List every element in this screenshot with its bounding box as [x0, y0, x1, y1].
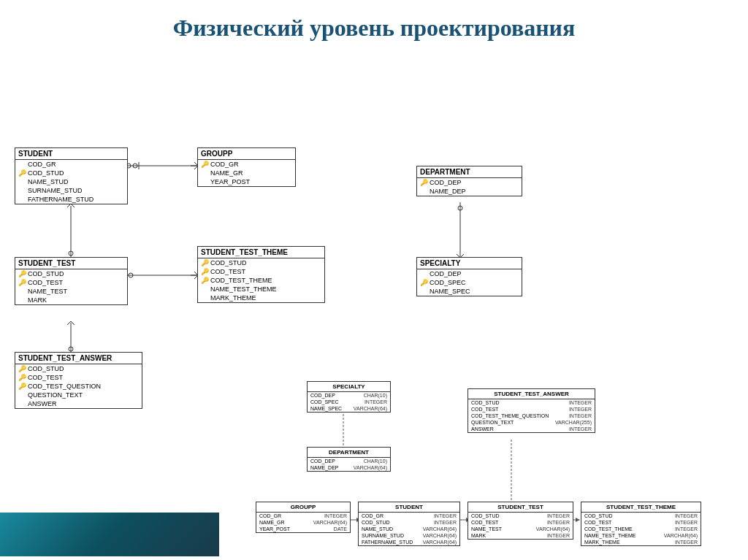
- field-icon: [18, 391, 26, 399]
- col-type: VARCHAR(255): [555, 420, 592, 425]
- er-field-sta-question_text: QUESTION_TEXT: [15, 391, 142, 399]
- er-field-sta-cod_stud: 🔑COD_STUD: [15, 364, 142, 373]
- er-field-student-cod_gr: COD_GR: [15, 160, 127, 169]
- er-table-student-test-answer: STUDENT_TEST_ANSWER 🔑COD_STUD 🔑COD_TEST …: [15, 352, 142, 409]
- sql-dept-row2: NAME_DEP VARCHAR(64): [308, 464, 390, 471]
- sql-stt-row3: COD_TEST_THEME INTEGER: [581, 526, 701, 532]
- sql-st-row3: NAME_TEST VARCHAR(64): [468, 526, 573, 532]
- col-name: ANSWER: [471, 426, 494, 431]
- col-name: NAME_STUD: [362, 526, 393, 532]
- col-name: COD_TEST: [471, 407, 498, 412]
- col-name: MARK_THEME: [584, 540, 620, 545]
- sql-sta-title: STUDENT_TEST_ANSWER: [468, 389, 595, 399]
- sql-specialty-row2: COD_SPEC INTEGER: [308, 399, 390, 405]
- col-name: COD_STUD: [584, 513, 613, 518]
- er-field-spec-cod_spec: 🔑COD_SPEC: [417, 278, 522, 287]
- sql-st-row2: COD_TEST INTEGER: [468, 519, 573, 526]
- col-name: COD_STUD: [471, 513, 500, 518]
- col-name: COD_GR: [259, 513, 281, 518]
- sql-stt-row5: MARK_THEME INTEGER: [581, 539, 701, 545]
- key-icon: 🔑: [18, 383, 26, 390]
- field-icon: [420, 288, 427, 295]
- er-field-stt-cod_test_theme: 🔑COD_TEST_THEME: [198, 276, 324, 285]
- col-type: INTEGER: [434, 513, 457, 518]
- col-type: INTEGER: [365, 399, 387, 404]
- sql-sta-row5: ANSWER INTEGER: [468, 426, 595, 432]
- col-type: INTEGER: [569, 407, 592, 412]
- er-field-stt-name_test_theme: NAME_TEST_THEME: [198, 285, 324, 294]
- col-name: SURNAME_STUD: [362, 533, 404, 538]
- er-field-student-cod_stud: 🔑COD_STUD: [15, 169, 127, 177]
- col-name: NAME_GR: [259, 520, 285, 525]
- field-icon: [18, 288, 26, 295]
- col-type: DATE: [334, 526, 347, 532]
- col-name: COD_TEST_THEME: [584, 526, 633, 532]
- sql-student-test-title: STUDENT_TEST: [468, 502, 573, 513]
- er-field-st-cod_test: 🔑COD_TEST: [15, 278, 127, 287]
- field-icon: [18, 400, 26, 407]
- key-icon: 🔑: [18, 270, 26, 277]
- field-icon: [420, 188, 427, 195]
- er-field-groupp-year_post: YEAR_POST: [198, 177, 295, 186]
- col-name: COD_TEST_THEME_QUESTION: [471, 413, 549, 418]
- sql-stt-row4: NAME_TEST_THEME VARCHAR(64): [581, 532, 701, 539]
- diagram-area: STUDENT COD_GR 🔑COD_STUD NAME_STUD SURNA…: [0, 53, 748, 556]
- er-table-student-test: STUDENT_TEST 🔑COD_STUD 🔑COD_TEST NAME_TE…: [15, 257, 128, 305]
- er-field-stt-cod_stud: 🔑COD_STUD: [198, 258, 324, 267]
- col-type: INTEGER: [434, 520, 457, 525]
- er-field-student-name_stud: NAME_STUD: [15, 177, 127, 186]
- field-icon: [201, 169, 208, 177]
- col-type: VARCHAR(64): [423, 533, 457, 538]
- er-table-student-test-title: STUDENT_TEST: [15, 258, 127, 269]
- sql-student-title: STUDENT: [359, 502, 459, 513]
- col-name: FATHERNAME_STUD: [362, 540, 413, 545]
- er-table-stt-title: STUDENT_TEST_THEME: [198, 247, 324, 258]
- er-field-stt-mark_theme: MARK_THEME: [198, 294, 324, 302]
- er-table-student: STUDENT COD_GR 🔑COD_STUD NAME_STUD SURNA…: [15, 147, 128, 204]
- col-name: MARK: [471, 533, 486, 538]
- sql-department-title: DEPARTMENT: [308, 448, 390, 458]
- bottom-decoration: [0, 513, 219, 556]
- col-type: INTEGER: [569, 400, 592, 405]
- col-type: INTEGER: [547, 533, 570, 538]
- col-name: NAME_TEST: [471, 526, 502, 532]
- key-icon: 🔑: [201, 268, 208, 275]
- key-icon: 🔑: [201, 277, 208, 284]
- svg-point-12: [129, 273, 133, 277]
- er-field-dept-cod_dep: 🔑COD_DEP: [417, 178, 522, 187]
- er-table-department: DEPARTMENT 🔑COD_DEP NAME_DEP: [416, 166, 522, 196]
- field-icon: [18, 161, 26, 168]
- col-name: COD_STUD: [362, 520, 390, 525]
- er-field-student-fathername_stud: FATHERNAME_STUD: [15, 195, 127, 204]
- er-field-sta-answer: ANSWER: [15, 399, 142, 408]
- col-name: COD_DEP: [310, 459, 335, 464]
- er-table-groupp: GROUPP 🔑COD_GR NAME_GR YEAR_POST: [197, 147, 296, 187]
- key-icon: 🔑: [201, 161, 208, 168]
- col-type: INTEGER: [569, 413, 592, 418]
- er-table-specialty: SPECIALTY COD_DEP 🔑COD_SPEC NAME_SPEC: [416, 257, 522, 296]
- sql-student-row1: COD_GR INTEGER: [359, 513, 459, 519]
- col-name: COD_TEST: [471, 520, 498, 525]
- col-type: VARCHAR(64): [536, 526, 570, 532]
- er-field-groupp-cod_gr: 🔑COD_GR: [198, 160, 295, 169]
- col-type: INTEGER: [324, 513, 347, 518]
- er-field-groupp-name_gr: NAME_GR: [198, 169, 295, 177]
- col-type: INTEGER: [675, 526, 698, 532]
- svg-point-8: [69, 251, 73, 256]
- er-field-st-name_test: NAME_TEST: [15, 287, 127, 296]
- col-type: INTEGER: [675, 513, 698, 518]
- col-name: COD_DEP: [310, 393, 335, 398]
- er-table-student-test-theme: STUDENT_TEST_THEME 🔑COD_STUD 🔑COD_TEST 🔑…: [197, 246, 325, 303]
- er-table-groupp-title: GROUPP: [198, 148, 295, 160]
- sql-student-row3: NAME_STUD VARCHAR(64): [359, 526, 459, 532]
- col-type: INTEGER: [675, 540, 698, 545]
- sql-table-student-test: STUDENT_TEST COD_STUD INTEGER COD_TEST I…: [468, 502, 573, 540]
- key-icon: 🔑: [201, 259, 208, 266]
- svg-point-17: [69, 347, 73, 351]
- page-title: Физический уровень проектирования: [0, 0, 748, 49]
- col-name: NAME_DEP: [310, 465, 339, 470]
- sql-table-department: DEPARTMENT COD_DEP CHAR(10) NAME_DEP VAR…: [307, 447, 391, 472]
- col-type: VARCHAR(64): [354, 465, 387, 470]
- sql-stt-title: STUDENT_TEST_THEME: [581, 502, 701, 513]
- sql-groupp-title: GROUPP: [256, 502, 350, 513]
